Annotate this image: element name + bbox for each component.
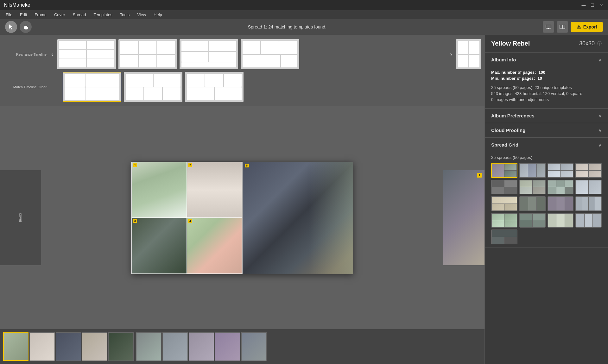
canvas-area: Rearrange Timeline: ‹ [0, 35, 484, 364]
filmstrip-thumb-3[interactable] [56, 332, 81, 361]
template-thumb-selected[interactable] [63, 72, 121, 102]
grid-thumb-17[interactable] [491, 229, 517, 244]
toolbar: Spread 1: 24 matching templates found. E… [0, 19, 608, 35]
filmstrip-divider [135, 332, 135, 361]
main-area: Rearrange Timeline: ‹ [0, 35, 608, 364]
grid-thumb-15[interactable] [548, 213, 574, 228]
svg-rect-4 [560, 25, 562, 29]
menu-cover[interactable]: Cover [51, 12, 68, 18]
template-thumb-m3[interactable] [185, 72, 244, 102]
grid-thumb-9[interactable] [491, 196, 517, 211]
filmstrip-thumb-9[interactable] [215, 332, 240, 361]
photo-cell-4[interactable]: 4 [187, 218, 242, 273]
template-next-button[interactable]: › [449, 51, 453, 58]
album-info-chevron: ∧ [598, 57, 602, 62]
right-page-thumbnail[interactable]: 1 [443, 170, 484, 265]
grid-thumb-3[interactable] [548, 163, 574, 178]
menu-edit[interactable]: Edit [17, 12, 30, 18]
spread-grid-title: Spread Grid [491, 142, 518, 147]
menu-file[interactable]: File [3, 12, 16, 18]
spread-grid-thumbs [491, 163, 602, 244]
spread-grid-section: Spread Grid ∧ 25 spreads (50 pages) [485, 138, 608, 248]
template-thumb-2[interactable] [118, 39, 177, 69]
filmstrip-thumb-8[interactable] [189, 332, 214, 361]
album-info-header[interactable]: Album Info ∧ [485, 53, 608, 67]
grid-thumb-1[interactable] [491, 163, 517, 178]
filmstrip-thumb-4[interactable] [82, 332, 107, 361]
menubar: File Edit Frame Cover Spread Templates T… [0, 10, 608, 19]
menu-templates[interactable]: Templates [91, 12, 116, 18]
grid-thumb-14[interactable] [519, 213, 546, 228]
right-page-num: 1 [477, 173, 482, 178]
menu-spread[interactable]: Spread [70, 12, 89, 18]
grid-thumb-7[interactable] [548, 180, 574, 195]
spread-grid-chevron: ∧ [598, 142, 602, 147]
album-preferences-chevron: ∨ [598, 113, 602, 118]
svg-rect-8 [577, 28, 581, 29]
template-thumb-1[interactable] [57, 39, 116, 69]
monitor-view-button[interactable] [543, 21, 554, 33]
photo-cell-2[interactable]: 2 [187, 162, 242, 218]
menu-help[interactable]: Help [150, 12, 165, 18]
hand-tool[interactable] [20, 21, 32, 33]
cloud-proofing-header[interactable]: Cloud Proofing ∨ [485, 123, 608, 137]
photo-cell-3[interactable]: 3 [132, 218, 187, 273]
filmstrip-thumb-10[interactable] [241, 332, 267, 361]
grid-thumb-16[interactable] [575, 213, 602, 228]
window-controls[interactable]: — ☐ ✕ [581, 2, 604, 8]
photo-cell-1[interactable]: 1 [132, 162, 187, 218]
info-icon[interactable]: ⓘ [597, 41, 602, 47]
max-pages-row: Max. number of pages: 100 [491, 70, 602, 75]
menu-frame[interactable]: Frame [31, 12, 50, 18]
spread-left-page: 1 2 3 [131, 162, 242, 274]
grid-thumb-8[interactable] [575, 180, 602, 195]
template-thumb-4[interactable] [241, 39, 299, 69]
panel-title: Yellow Rebel [491, 40, 530, 47]
side-by-side-view-button[interactable] [557, 21, 568, 33]
minimize-button[interactable]: — [581, 2, 586, 8]
cloud-proofing-title: Cloud Proofing [491, 128, 525, 133]
svg-marker-7 [578, 25, 580, 28]
filmstrip-thumb-7[interactable] [162, 332, 188, 361]
close-button[interactable]: ✕ [598, 2, 604, 8]
svg-rect-6 [577, 28, 581, 28]
menu-view[interactable]: View [134, 12, 149, 18]
menu-tools[interactable]: Tools [117, 12, 133, 18]
grid-thumb-2[interactable] [519, 163, 546, 178]
spread-container: 1 2 3 [131, 162, 353, 274]
album-preferences-header[interactable]: Album Preferences ∨ [485, 109, 608, 123]
template-thumb-5[interactable] [456, 39, 481, 69]
filmstrip-thumb-1[interactable] [3, 332, 28, 361]
filmstrip-thumb-6[interactable] [136, 332, 162, 361]
status-bar: Spread 1: 24 matching templates found. [248, 24, 326, 29]
filmstrip [0, 329, 484, 364]
export-button[interactable]: Export [571, 22, 603, 32]
photo-num-4: 4 [188, 219, 192, 223]
right-panel: Yellow Rebel 30x30 ⓘ Album Info ∧ Max. n… [484, 35, 608, 364]
cursor-tool[interactable] [5, 21, 17, 33]
max-pages-value: 100 [538, 70, 545, 75]
grid-thumb-12[interactable] [575, 196, 602, 211]
album-info-title: Album Info [491, 57, 516, 62]
filmstrip-thumb-2[interactable] [29, 332, 55, 361]
cover-thumbnail[interactable]: cover [0, 170, 41, 265]
template-prev-button[interactable]: ‹ [50, 51, 55, 58]
filmstrip-thumb-5[interactable] [108, 332, 134, 361]
template-thumb-3[interactable] [180, 39, 238, 69]
min-pages-row: Min. number of pages: 10 [491, 76, 602, 81]
grid-thumb-10[interactable] [519, 196, 546, 211]
maximize-button[interactable]: ☐ [590, 2, 595, 8]
grid-thumb-11[interactable] [548, 196, 574, 211]
spread-grid-header[interactable]: Spread Grid ∧ [485, 138, 608, 152]
grid-thumb-13[interactable] [491, 213, 517, 228]
grid-thumb-6[interactable] [519, 180, 546, 195]
grid-thumb-5[interactable] [491, 180, 517, 195]
cloud-proofing-chevron: ∨ [598, 128, 602, 133]
album-preferences-section: Album Preferences ∨ [485, 109, 608, 123]
grid-thumb-4[interactable] [575, 163, 602, 178]
rearrange-thumbs [57, 39, 446, 69]
spread-grid-count: 25 spreads (50 pages) [491, 155, 602, 160]
rearrange-row: Rearrange Timeline: ‹ [0, 38, 484, 71]
template-thumb-m2[interactable] [124, 72, 182, 102]
panel-size: 30x30 [579, 40, 595, 47]
